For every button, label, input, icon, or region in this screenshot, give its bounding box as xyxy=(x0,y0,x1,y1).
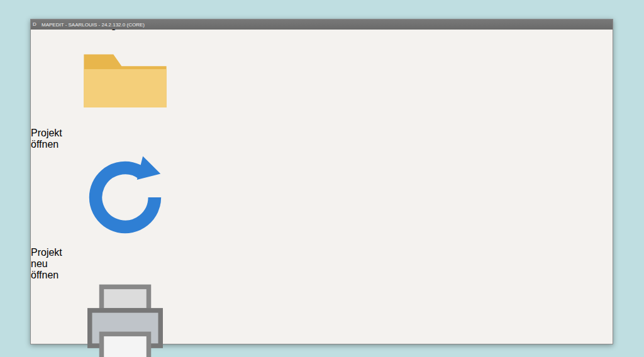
open-folder-icon xyxy=(31,116,219,127)
projekt-neu-oeffnen-button[interactable]: Projekt neu öffnen xyxy=(31,150,51,281)
ribbon: Projekt öffnen Projekt neu öffnen Karte … xyxy=(31,31,613,357)
app-icon: D xyxy=(33,21,39,28)
ribbon-group-projekt: Projekt öffnen Projekt neu öffnen Karte … xyxy=(31,31,125,357)
projekt-oeffnen-button[interactable]: Projekt öffnen xyxy=(31,31,50,150)
application-window: D MAPEDIT - SAARLOUIS - 24.2.132.0 (CORE… xyxy=(30,19,613,344)
title-bar[interactable]: D MAPEDIT - SAARLOUIS - 24.2.132.0 (CORE… xyxy=(31,19,613,30)
karte-drucken-button[interactable]: Karte drucken xyxy=(31,281,47,357)
window-title: MAPEDIT - SAARLOUIS - 24.2.132.0 (CORE) xyxy=(42,22,145,28)
refresh-icon xyxy=(31,236,219,246)
